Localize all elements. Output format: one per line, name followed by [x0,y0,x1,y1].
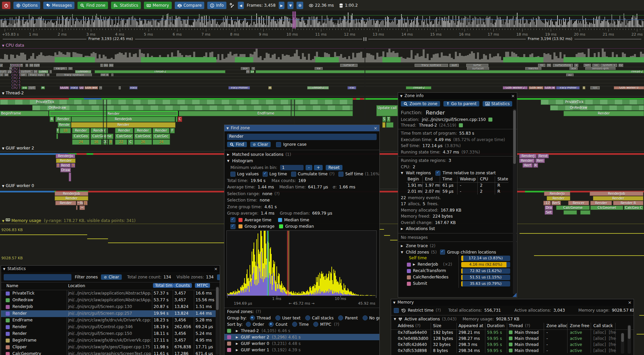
timeline-zone[interactable]: Rend [537,154,549,158]
timeline-zone[interactable]: Render R [613,201,643,205]
allocation-row[interactable]: 0x7dfaa64e00192 bytes298.21 ms59.95 sMai… [391,330,634,336]
thread-color-swatch[interactable] [459,123,463,127]
zone-group-row[interactable]: ▶Thread-2(4,105)6.46 s [224,327,379,334]
close-icon[interactable]: × [628,299,632,306]
timeline-zone[interactable] [176,117,177,122]
timeline-zone[interactable]: 8 [56,163,60,168]
cpu-zone[interactable]: ~ [99,86,102,89]
prev-frame-button[interactable]: ◀ [238,2,244,9]
options-button[interactable]: Options [13,2,40,9]
timeline-zone[interactable]: Render [134,128,152,133]
column-location[interactable]: Location [68,283,85,288]
search-input[interactable]: Render [227,134,377,140]
timeline-zone[interactable]: RenderJo [544,191,570,196]
timeline-zone[interactable]: ClcGeomet [590,206,623,210]
statistics-button[interactable]: Statistics [111,2,141,9]
cpu-zone[interactable]: GUIF wor [529,86,543,89]
statistics-titlebar[interactable]: ▼Statistics× [1,266,220,272]
wrench-icon[interactable] [229,3,235,8]
zone-group-row[interactable]: ▶GUIF worker 1(3,192)4.39 s [224,347,379,353]
alloc-appeared[interactable]: 298.27 ms [459,336,480,341]
cpu-zone[interactable]: Tracy s [129,86,138,89]
callstack-alloc-button[interactable]: [alloc] [593,336,606,341]
timeline-zone[interactable]: Render [56,159,75,163]
alloc-address[interactable]: 0x7dfc53d898 [398,348,427,353]
stats-row[interactable]: RenderJobjni/../jni/src/guif/Screen.cpp:… [1,304,216,310]
--button[interactable]: - [306,165,312,170]
expand-arrow[interactable]: ▶ [227,153,229,156]
column-name[interactable]: Name [6,283,18,288]
callstack-free-button[interactable]: [free] [609,348,616,353]
compare-button[interactable]: Compare [175,2,204,9]
mem-col-header[interactable]: Call stack [593,323,613,328]
mem-col-header[interactable]: Appeared at [459,323,483,328]
timeline-zone[interactable] [382,122,385,128]
cpu-zone[interactable]: Tra [21,86,28,89]
close-icon[interactable]: × [511,93,515,99]
timeline-zone[interactable]: RenderJo [56,154,75,158]
timeline-zone[interactable]: Rende [58,122,71,128]
stats-row[interactable]: OnRedrawjni/../jni/src/claw/application/… [1,297,216,304]
crosshair-button[interactable]: ⊕ [297,2,303,9]
timeline-zone[interactable]: 9 [71,163,75,168]
help-icon[interactable]: (?) [334,322,339,327]
timeline-zone[interactable]: T [387,117,390,122]
next-frame-button[interactable]: ▶ [279,2,285,9]
timeline-zone[interactable] [56,134,58,139]
expand-arrow[interactable]: ▶ [236,336,238,339]
alloc-address[interactable]: 0x7dfaa64e00 [398,330,427,335]
timeline-zone[interactable]: Render [547,196,570,201]
timeline-zone[interactable]: OnRedraw [32,105,353,110]
timeline-zone[interactable]: 24 [153,139,170,145]
child-zone-row[interactable]: Self time172.14 us (3.83%) [406,255,517,262]
close-icon[interactable]: × [214,266,218,272]
mem-col-header[interactable]: Zone free [570,323,589,328]
stats-scrollbar[interactable] [216,286,219,355]
timing-mode-button[interactable] [217,274,220,280]
timeline-zone[interactable]: Set [545,210,553,215]
alloc-appeared[interactable]: 298.21 ms [459,330,480,335]
stats-row[interactable]: Renderjni/../jni/src/guif/Screen.cpp:150… [1,330,216,337]
timeline-zone[interactable]: RenderJob [590,191,643,196]
statistics-button[interactable]: Statistics [483,101,513,106]
+-button[interactable]: + [314,165,323,170]
timeline-zone[interactable]: R [50,117,54,122]
callstack-free-button[interactable]: [free] [609,330,616,335]
expand-arrow[interactable]: ▶ [401,227,403,230]
zone-group-row[interactable]: ▶GUIF worker 0(3,231)4.48 s [224,340,379,347]
timeline-zone[interactable]: Render [593,196,643,201]
timeline-zone[interactable]: 5 [84,201,88,205]
ignore-case-checkbox[interactable] [276,142,281,147]
expand-arrow[interactable]: ▶ [236,342,238,345]
cpu-zone[interactable]: GUIF worker 0 [614,86,644,89]
stats-row[interactable]: Renderjni/../jni/src/guif/Screen.cpp:257… [1,310,216,317]
messages-button[interactable]: Messages [43,2,74,9]
cpu-zone[interactable]: GUIF w [544,86,555,89]
cpu-zone[interactable]: A [268,86,272,89]
cpu-zone[interactable]: Thread-2 [406,86,431,89]
close-icon[interactable]: × [374,125,377,131]
timeline-zone[interactable]: PrivateTick [541,99,644,105]
zoom-to-zone-button[interactable]: Zoom to zone [401,101,440,106]
stats-row[interactable]: BeginFramejni/../jni/src/claw/gfx/drv/vk… [1,337,216,344]
stats-row[interactable]: Clipperjni/../jni/src/claw/gfx/geo/Clipp… [1,344,216,351]
timeline-zone[interactable]: CalcGeor [115,134,133,139]
checkbox[interactable] [230,217,235,222]
cpu-zone[interactable]: Tracy Profiler [228,86,250,89]
view-position-marker[interactable] [292,11,296,29]
timeline-zone[interactable]: CalcGec [153,134,170,139]
timeline-zone[interactable]: Rencer [568,201,589,205]
cpu-zone[interactable]: Thread-2 [307,86,329,89]
allocation-row[interactable]: 0x7dfc42d64032 bytes298.3 ms59.95 sMain … [391,342,634,348]
column-mtpc[interactable]: MTPC [195,283,210,288]
mem-col-header[interactable]: Duration [487,323,504,328]
column-counts[interactable]: Counts [174,283,192,288]
window-scrollbar[interactable] [628,325,631,354]
checkbox[interactable] [263,172,268,177]
table-scrollbar[interactable] [621,333,624,354]
timeline-zone[interactable]: C [178,117,182,122]
timeline-zone[interactable]: 18 [60,128,71,133]
timeline-zone[interactable]: Render [49,111,178,116]
wait-col-header[interactable]: End [425,177,433,181]
timeline-zone[interactable]: EndFrame [179,111,353,116]
